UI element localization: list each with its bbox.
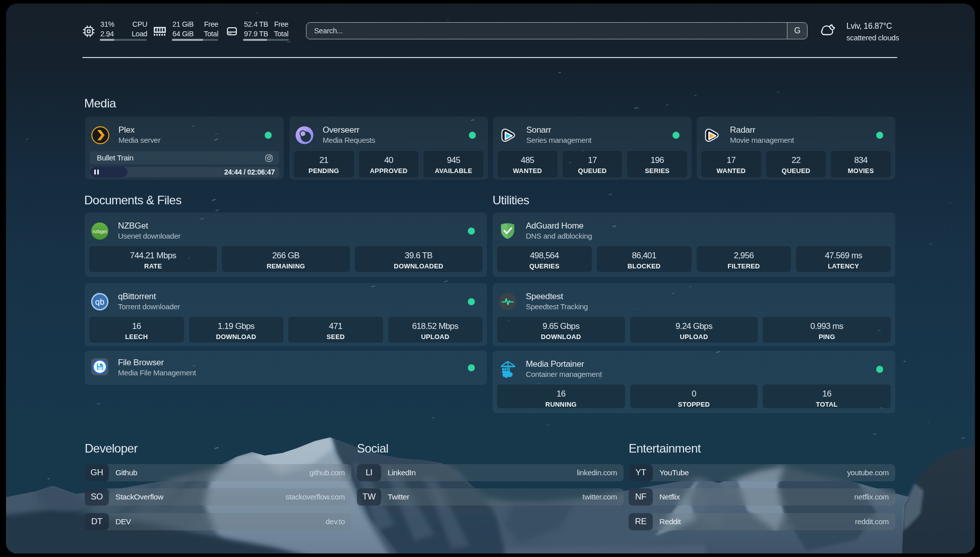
svg-text:qb: qb — [95, 297, 104, 306]
svg-text:nzbget: nzbget — [93, 229, 107, 234]
